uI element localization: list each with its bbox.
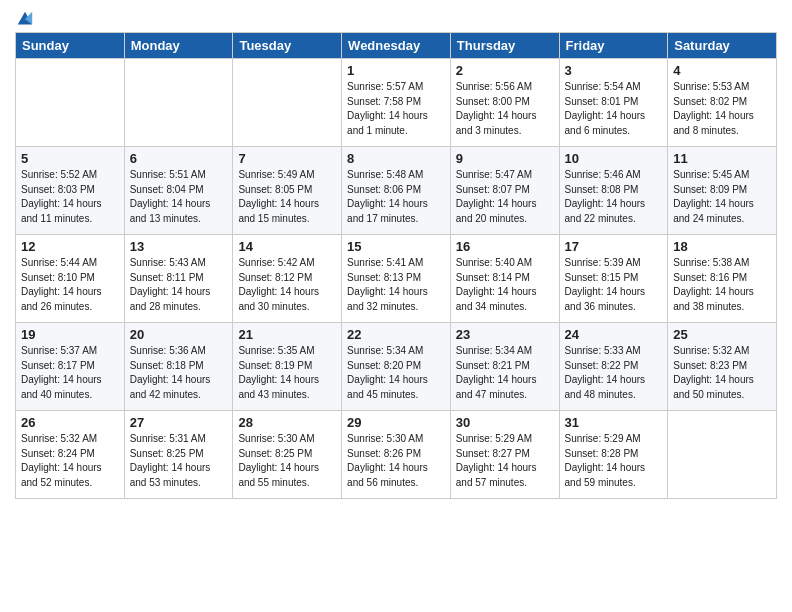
calendar-header-saturday: Saturday (668, 33, 777, 59)
day-number: 22 (347, 327, 445, 342)
day-number: 9 (456, 151, 554, 166)
day-content: Sunrise: 5:43 AM Sunset: 8:11 PM Dayligh… (130, 256, 228, 314)
day-content: Sunrise: 5:31 AM Sunset: 8:25 PM Dayligh… (130, 432, 228, 490)
day-content: Sunrise: 5:48 AM Sunset: 8:06 PM Dayligh… (347, 168, 445, 226)
day-number: 21 (238, 327, 336, 342)
day-number: 29 (347, 415, 445, 430)
day-number: 7 (238, 151, 336, 166)
calendar-week-row: 1Sunrise: 5:57 AM Sunset: 7:58 PM Daylig… (16, 59, 777, 147)
day-number: 15 (347, 239, 445, 254)
day-content: Sunrise: 5:34 AM Sunset: 8:21 PM Dayligh… (456, 344, 554, 402)
calendar-cell: 28Sunrise: 5:30 AM Sunset: 8:25 PM Dayli… (233, 411, 342, 499)
calendar-cell: 22Sunrise: 5:34 AM Sunset: 8:20 PM Dayli… (342, 323, 451, 411)
calendar-cell: 6Sunrise: 5:51 AM Sunset: 8:04 PM Daylig… (124, 147, 233, 235)
day-content: Sunrise: 5:41 AM Sunset: 8:13 PM Dayligh… (347, 256, 445, 314)
calendar-cell: 8Sunrise: 5:48 AM Sunset: 8:06 PM Daylig… (342, 147, 451, 235)
calendar-header-wednesday: Wednesday (342, 33, 451, 59)
calendar-cell: 16Sunrise: 5:40 AM Sunset: 8:14 PM Dayli… (450, 235, 559, 323)
day-number: 24 (565, 327, 663, 342)
day-content: Sunrise: 5:29 AM Sunset: 8:28 PM Dayligh… (565, 432, 663, 490)
calendar-header-tuesday: Tuesday (233, 33, 342, 59)
calendar-cell (16, 59, 125, 147)
day-content: Sunrise: 5:40 AM Sunset: 8:14 PM Dayligh… (456, 256, 554, 314)
day-number: 19 (21, 327, 119, 342)
day-content: Sunrise: 5:39 AM Sunset: 8:15 PM Dayligh… (565, 256, 663, 314)
day-number: 5 (21, 151, 119, 166)
day-content: Sunrise: 5:45 AM Sunset: 8:09 PM Dayligh… (673, 168, 771, 226)
day-content: Sunrise: 5:49 AM Sunset: 8:05 PM Dayligh… (238, 168, 336, 226)
calendar-cell: 29Sunrise: 5:30 AM Sunset: 8:26 PM Dayli… (342, 411, 451, 499)
day-number: 14 (238, 239, 336, 254)
day-content: Sunrise: 5:38 AM Sunset: 8:16 PM Dayligh… (673, 256, 771, 314)
calendar-cell: 9Sunrise: 5:47 AM Sunset: 8:07 PM Daylig… (450, 147, 559, 235)
day-content: Sunrise: 5:37 AM Sunset: 8:17 PM Dayligh… (21, 344, 119, 402)
day-number: 17 (565, 239, 663, 254)
day-content: Sunrise: 5:46 AM Sunset: 8:08 PM Dayligh… (565, 168, 663, 226)
calendar-week-row: 19Sunrise: 5:37 AM Sunset: 8:17 PM Dayli… (16, 323, 777, 411)
calendar-header-friday: Friday (559, 33, 668, 59)
calendar-cell: 7Sunrise: 5:49 AM Sunset: 8:05 PM Daylig… (233, 147, 342, 235)
calendar-cell: 11Sunrise: 5:45 AM Sunset: 8:09 PM Dayli… (668, 147, 777, 235)
day-number: 3 (565, 63, 663, 78)
day-number: 2 (456, 63, 554, 78)
calendar-cell: 3Sunrise: 5:54 AM Sunset: 8:01 PM Daylig… (559, 59, 668, 147)
day-number: 4 (673, 63, 771, 78)
page: SundayMondayTuesdayWednesdayThursdayFrid… (0, 0, 792, 612)
calendar-cell: 23Sunrise: 5:34 AM Sunset: 8:21 PM Dayli… (450, 323, 559, 411)
day-number: 12 (21, 239, 119, 254)
day-number: 26 (21, 415, 119, 430)
logo (15, 10, 34, 24)
day-number: 1 (347, 63, 445, 78)
day-number: 6 (130, 151, 228, 166)
calendar-cell (124, 59, 233, 147)
calendar-cell: 10Sunrise: 5:46 AM Sunset: 8:08 PM Dayli… (559, 147, 668, 235)
calendar-table: SundayMondayTuesdayWednesdayThursdayFrid… (15, 32, 777, 499)
calendar-cell (233, 59, 342, 147)
day-number: 31 (565, 415, 663, 430)
day-content: Sunrise: 5:54 AM Sunset: 8:01 PM Dayligh… (565, 80, 663, 138)
day-number: 11 (673, 151, 771, 166)
day-number: 28 (238, 415, 336, 430)
calendar-cell: 1Sunrise: 5:57 AM Sunset: 7:58 PM Daylig… (342, 59, 451, 147)
day-content: Sunrise: 5:51 AM Sunset: 8:04 PM Dayligh… (130, 168, 228, 226)
calendar-cell: 5Sunrise: 5:52 AM Sunset: 8:03 PM Daylig… (16, 147, 125, 235)
day-content: Sunrise: 5:42 AM Sunset: 8:12 PM Dayligh… (238, 256, 336, 314)
day-content: Sunrise: 5:52 AM Sunset: 8:03 PM Dayligh… (21, 168, 119, 226)
day-number: 16 (456, 239, 554, 254)
calendar-cell: 2Sunrise: 5:56 AM Sunset: 8:00 PM Daylig… (450, 59, 559, 147)
day-content: Sunrise: 5:34 AM Sunset: 8:20 PM Dayligh… (347, 344, 445, 402)
calendar-cell: 4Sunrise: 5:53 AM Sunset: 8:02 PM Daylig… (668, 59, 777, 147)
calendar-week-row: 12Sunrise: 5:44 AM Sunset: 8:10 PM Dayli… (16, 235, 777, 323)
calendar-cell: 27Sunrise: 5:31 AM Sunset: 8:25 PM Dayli… (124, 411, 233, 499)
calendar-cell: 30Sunrise: 5:29 AM Sunset: 8:27 PM Dayli… (450, 411, 559, 499)
calendar-week-row: 26Sunrise: 5:32 AM Sunset: 8:24 PM Dayli… (16, 411, 777, 499)
day-content: Sunrise: 5:44 AM Sunset: 8:10 PM Dayligh… (21, 256, 119, 314)
calendar-header-monday: Monday (124, 33, 233, 59)
day-number: 10 (565, 151, 663, 166)
day-content: Sunrise: 5:32 AM Sunset: 8:23 PM Dayligh… (673, 344, 771, 402)
calendar-header-sunday: Sunday (16, 33, 125, 59)
day-number: 8 (347, 151, 445, 166)
day-content: Sunrise: 5:30 AM Sunset: 8:25 PM Dayligh… (238, 432, 336, 490)
logo-icon (16, 10, 34, 28)
day-content: Sunrise: 5:36 AM Sunset: 8:18 PM Dayligh… (130, 344, 228, 402)
calendar-cell: 15Sunrise: 5:41 AM Sunset: 8:13 PM Dayli… (342, 235, 451, 323)
calendar-cell: 14Sunrise: 5:42 AM Sunset: 8:12 PM Dayli… (233, 235, 342, 323)
day-content: Sunrise: 5:47 AM Sunset: 8:07 PM Dayligh… (456, 168, 554, 226)
day-number: 30 (456, 415, 554, 430)
day-number: 18 (673, 239, 771, 254)
day-content: Sunrise: 5:57 AM Sunset: 7:58 PM Dayligh… (347, 80, 445, 138)
day-content: Sunrise: 5:32 AM Sunset: 8:24 PM Dayligh… (21, 432, 119, 490)
calendar-cell: 18Sunrise: 5:38 AM Sunset: 8:16 PM Dayli… (668, 235, 777, 323)
day-content: Sunrise: 5:30 AM Sunset: 8:26 PM Dayligh… (347, 432, 445, 490)
calendar-cell: 21Sunrise: 5:35 AM Sunset: 8:19 PM Dayli… (233, 323, 342, 411)
calendar-cell (668, 411, 777, 499)
calendar-cell: 12Sunrise: 5:44 AM Sunset: 8:10 PM Dayli… (16, 235, 125, 323)
day-number: 23 (456, 327, 554, 342)
day-number: 27 (130, 415, 228, 430)
day-content: Sunrise: 5:33 AM Sunset: 8:22 PM Dayligh… (565, 344, 663, 402)
calendar-cell: 31Sunrise: 5:29 AM Sunset: 8:28 PM Dayli… (559, 411, 668, 499)
calendar-cell: 24Sunrise: 5:33 AM Sunset: 8:22 PM Dayli… (559, 323, 668, 411)
calendar-cell: 13Sunrise: 5:43 AM Sunset: 8:11 PM Dayli… (124, 235, 233, 323)
calendar-cell: 20Sunrise: 5:36 AM Sunset: 8:18 PM Dayli… (124, 323, 233, 411)
